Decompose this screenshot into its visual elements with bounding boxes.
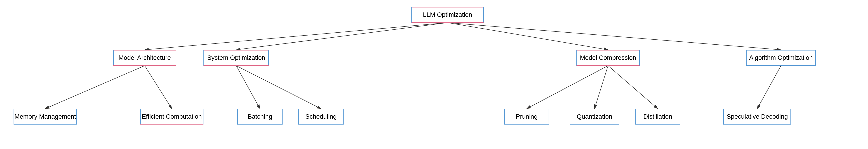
memory-management-label: Memory Management xyxy=(14,113,76,120)
root-node: LLM Optimization xyxy=(411,7,484,23)
svg-line-1 xyxy=(236,23,447,50)
efficient-computation-node: Efficient Computation xyxy=(140,109,204,125)
svg-line-3 xyxy=(447,23,781,50)
svg-line-10 xyxy=(608,66,658,109)
pruning-label: Pruning xyxy=(516,113,538,120)
memory-management-node: Memory Management xyxy=(13,109,77,125)
svg-line-9 xyxy=(594,66,608,109)
svg-line-2 xyxy=(447,23,608,50)
scheduling-label: Scheduling xyxy=(305,113,337,120)
distillation-label: Distillation xyxy=(643,113,672,120)
svg-line-0 xyxy=(145,23,447,50)
batching-label: Batching xyxy=(248,113,272,120)
svg-line-6 xyxy=(236,66,260,109)
system-optimization-label: System Optimization xyxy=(207,54,266,61)
algorithm-optimization-label: Algorithm Optimization xyxy=(749,54,813,61)
efficient-computation-label: Efficient Computation xyxy=(142,113,202,120)
pruning-node: Pruning xyxy=(504,109,549,125)
model-architecture-label: Model Architecture xyxy=(119,54,171,61)
svg-line-11 xyxy=(757,66,781,109)
svg-line-7 xyxy=(236,66,321,109)
root-label: LLM Optimization xyxy=(423,11,472,18)
batching-node: Batching xyxy=(237,109,283,125)
system-optimization-node: System Optimization xyxy=(204,50,269,66)
svg-line-5 xyxy=(145,66,172,109)
speculative-decoding-label: Speculative Decoding xyxy=(727,113,788,120)
scheduling-node: Scheduling xyxy=(298,109,344,125)
algorithm-optimization-node: Algorithm Optimization xyxy=(746,50,816,66)
quantization-node: Quantization xyxy=(569,109,619,125)
model-compression-node: Model Compression xyxy=(577,50,640,66)
model-compression-label: Model Compression xyxy=(580,54,636,61)
speculative-decoding-node: Speculative Decoding xyxy=(723,109,791,125)
svg-line-8 xyxy=(527,66,608,109)
distillation-node: Distillation xyxy=(635,109,680,125)
model-architecture-node: Model Architecture xyxy=(113,50,176,66)
quantization-label: Quantization xyxy=(577,113,612,120)
svg-line-4 xyxy=(45,66,145,109)
